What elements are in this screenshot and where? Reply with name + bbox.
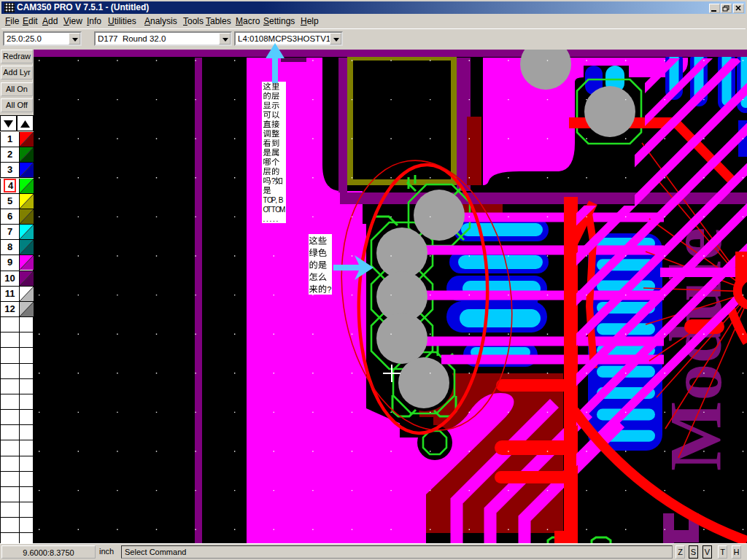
svg-text:M: M [279,206,285,214]
svg-text:.: . [273,215,274,223]
svg-text:.: . [263,215,265,223]
svg-text:.: . [270,215,271,223]
svg-text:,: , [275,196,276,204]
svg-text:.: . [276,215,278,223]
svg-text:?: ? [327,285,331,294]
svg-text:?: ? [271,177,276,185]
svg-text:B: B [279,196,284,204]
svg-text:.: . [266,215,268,223]
